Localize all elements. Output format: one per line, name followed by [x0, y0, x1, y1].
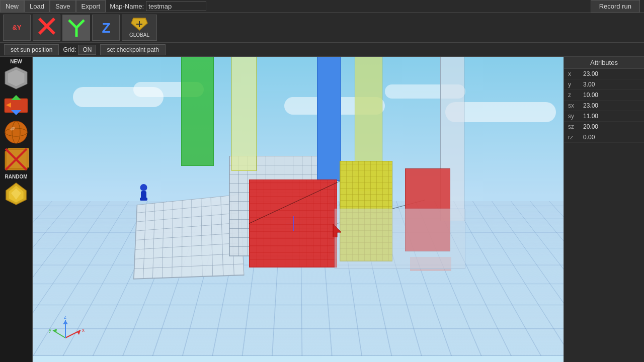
sun-position-button[interactable]: set sun position: [4, 44, 59, 55]
svg-marker-12: [11, 95, 21, 100]
svg-text:y: y: [49, 327, 51, 333]
attr-key-x: x: [568, 70, 583, 77]
attr-val-y: 3.00: [583, 81, 595, 88]
svg-rect-29: [140, 198, 147, 201]
green-pillar: [181, 57, 214, 166]
save-button[interactable]: Save: [50, 0, 76, 13]
attr-row-x: x 23.00: [564, 69, 644, 79]
attr-row-sy: sy 11.00: [564, 111, 644, 122]
sidebar-item-sphere[interactable]: [2, 120, 30, 145]
ghost-platform: [335, 209, 465, 269]
attr-val-z: 10.00: [583, 92, 598, 99]
attr-row-rz: rz 0.00: [564, 132, 644, 143]
svg-line-33: [53, 330, 65, 338]
svg-line-3: [76, 20, 84, 28]
record-button[interactable]: Record run: [591, 0, 640, 13]
svg-point-27: [140, 184, 147, 191]
attr-row-sz: sz 20.00: [564, 122, 644, 132]
svg-text:Z: Z: [102, 20, 110, 36]
svg-text:z: z: [64, 314, 66, 320]
export-button[interactable]: Export: [76, 0, 106, 13]
attributes-header: Attributes: [564, 57, 644, 69]
z-axis-button[interactable]: Z: [92, 15, 120, 41]
sidebar-item-arrow[interactable]: [2, 93, 30, 118]
svg-point-15: [5, 121, 27, 143]
attr-val-sx: 23.00: [583, 102, 598, 109]
attr-row-sx: sx 23.00: [564, 101, 644, 111]
svg-text:x: x: [82, 327, 85, 333]
main-area: NEW: [0, 57, 644, 362]
yellow-pale-pillar: [231, 57, 257, 171]
attr-key-rz: rz: [568, 134, 583, 141]
attr-key-sy: sy: [568, 113, 583, 120]
arrow-box-icon: [4, 93, 29, 118]
grid-label: Grid:: [63, 46, 76, 53]
global-label: GLOBAL: [129, 32, 149, 38]
map-name-label: Map-Name:: [110, 3, 144, 10]
map-name-input[interactable]: [146, 1, 206, 11]
x-axis-button[interactable]: [33, 15, 60, 41]
right-panel: Attributes x 23.00 y 3.00 z 10.00 sx 23.…: [564, 57, 644, 362]
blue-pillar: [317, 57, 341, 181]
grid-toggle[interactable]: ON: [78, 45, 96, 55]
new-shield-icon: [4, 65, 29, 90]
checkpoint-path-button[interactable]: set checkpoint path: [100, 44, 165, 55]
scene-container: x y z: [33, 57, 564, 362]
map-name-area: Map-Name:: [110, 1, 206, 11]
x-icon: [37, 16, 57, 36]
platform-left: [133, 194, 245, 279]
axis-indicator: x y z: [48, 313, 88, 348]
load-button[interactable]: Load: [24, 0, 50, 13]
second-toolbar: set sun position Grid: ON set checkpoint…: [0, 43, 644, 57]
y-icon: [66, 18, 87, 38]
attr-key-z: z: [568, 92, 583, 99]
random-item-label: RANDOM: [5, 174, 28, 179]
global-button[interactable]: GLOBAL: [122, 15, 157, 41]
new-item-label: NEW: [10, 59, 22, 64]
attr-key-sx: sx: [568, 102, 583, 109]
random-gem-icon: [4, 180, 29, 206]
sidebar-random-item[interactable]: RANDOM: [2, 174, 30, 206]
viewport[interactable]: x y z: [33, 57, 564, 362]
cursor-arrow: [332, 223, 343, 237]
red-block-main[interactable]: [249, 179, 337, 267]
crosshair-v: [293, 216, 294, 231]
xy-axis-button[interactable]: &Y: [3, 15, 31, 41]
sidebar-new-item[interactable]: NEW: [2, 59, 30, 90]
left-sidebar: NEW: [0, 57, 33, 362]
svg-line-2: [69, 20, 76, 28]
new-button[interactable]: New: [0, 0, 24, 13]
attr-row-y: y 3.00: [564, 79, 644, 90]
attr-row-z: z 10.00: [564, 90, 644, 101]
svg-marker-30: [333, 224, 341, 237]
sidebar-item-remove[interactable]: [2, 147, 30, 172]
z-icon: Z: [96, 18, 116, 38]
sphere-icon: [4, 120, 29, 145]
attr-key-sz: sz: [568, 123, 583, 130]
attr-val-rz: 0.00: [583, 134, 595, 141]
global-icon: [129, 17, 149, 32]
xy-label: &Y: [12, 24, 21, 31]
grid-area: Grid: ON: [63, 45, 96, 55]
svg-marker-36: [63, 320, 68, 324]
pawn-figure: [137, 184, 150, 204]
remove-cube-icon: [4, 147, 29, 172]
attr-val-sz: 20.00: [583, 123, 598, 130]
axis-toolbar: &Y Z GLOBAL: [0, 13, 644, 43]
x-label: [37, 16, 57, 39]
attr-key-y: y: [568, 81, 583, 88]
y-axis-button[interactable]: [62, 15, 90, 41]
top-menu-bar: New Load Save Export Map-Name: Record ru…: [0, 0, 644, 13]
attr-val-sy: 11.00: [583, 113, 598, 120]
attr-val-x: 23.00: [583, 70, 598, 77]
